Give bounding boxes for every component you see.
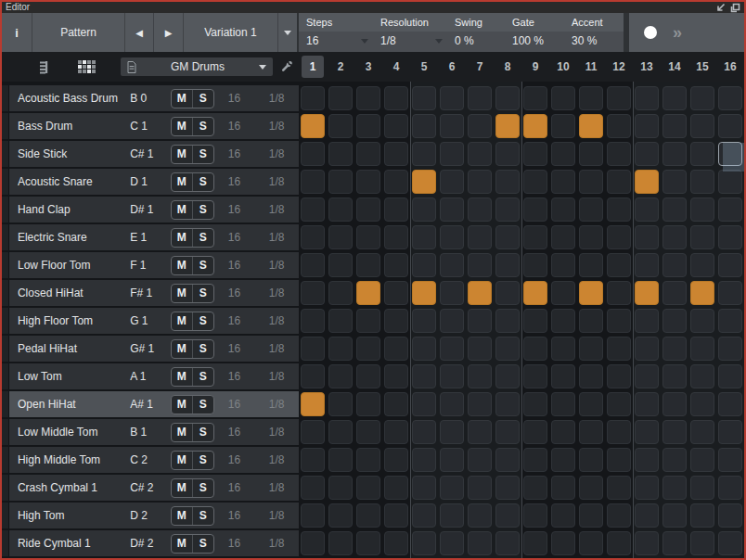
step-cell[interactable] [468, 309, 492, 333]
mute-button[interactable]: M [172, 285, 193, 302]
step-cell[interactable] [356, 503, 380, 528]
track-drag-handle[interactable] [2, 363, 9, 389]
step-cell[interactable] [384, 503, 408, 528]
step-cell[interactable] [635, 392, 659, 416]
step-cell[interactable] [662, 170, 687, 194]
step-cell[interactable] [662, 364, 687, 388]
track-steps-value[interactable]: 16 [214, 398, 255, 411]
step-cell[interactable] [495, 364, 520, 388]
mute-button[interactable]: M [172, 479, 193, 497]
step-cell[interactable] [690, 364, 714, 388]
step-cell[interactable] [412, 114, 436, 138]
track-row[interactable]: Crash Cymbal 1C# 2MS161/8 [2, 475, 299, 501]
step-cell[interactable] [495, 448, 520, 472]
step-cell[interactable] [301, 364, 325, 388]
step-cell[interactable] [579, 337, 603, 361]
step-cell[interactable] [607, 309, 631, 333]
step-cell[interactable] [495, 114, 520, 138]
step-cell[interactable] [468, 114, 492, 138]
step-cell[interactable] [662, 531, 687, 555]
track-row[interactable]: Low Floor TomF 1MS161/8 [2, 252, 299, 278]
track-steps-value[interactable]: 16 [214, 259, 255, 272]
step-cell[interactable] [607, 420, 631, 444]
step-cell[interactable] [440, 309, 464, 333]
step-cell[interactable] [468, 142, 492, 166]
step-cell[interactable] [495, 420, 520, 444]
step-cell[interactable] [356, 392, 380, 416]
track-drag-handle[interactable] [2, 85, 9, 111]
step-cell[interactable] [328, 364, 353, 388]
step-cell[interactable] [301, 86, 325, 110]
step-cell[interactable] [412, 225, 436, 249]
step-cell[interactable] [551, 114, 575, 138]
step-number-8[interactable]: 8 [494, 52, 521, 82]
step-cell[interactable] [690, 86, 714, 110]
step-cell[interactable] [635, 503, 659, 528]
step-cell[interactable] [718, 253, 742, 277]
step-cell[interactable] [301, 170, 325, 194]
step-cell[interactable] [718, 392, 742, 416]
step-cell[interactable] [384, 281, 408, 305]
step-cell[interactable] [384, 170, 408, 194]
step-cell[interactable] [356, 225, 380, 249]
step-cell[interactable] [328, 448, 353, 472]
step-cell[interactable] [384, 448, 408, 472]
solo-button[interactable]: S [193, 312, 213, 330]
step-cell[interactable] [607, 531, 631, 555]
step-cell[interactable] [635, 170, 659, 194]
chevron-down-icon[interactable] [435, 39, 443, 44]
step-cell[interactable] [384, 114, 408, 138]
step-cell[interactable] [523, 309, 547, 333]
step-cell[interactable] [718, 448, 742, 472]
track-steps-value[interactable]: 16 [214, 426, 255, 439]
solo-button[interactable]: S [193, 173, 213, 191]
track-resolution-value[interactable]: 1/8 [254, 314, 299, 327]
step-cell[interactable] [412, 503, 436, 528]
step-cell[interactable] [662, 420, 687, 444]
step-cell[interactable] [468, 225, 492, 249]
step-cell[interactable] [607, 364, 631, 388]
step-cell[interactable] [384, 364, 408, 388]
step-cell[interactable] [328, 86, 353, 110]
step-cell[interactable] [468, 253, 492, 277]
track-row[interactable]: Open HiHatA# 1MS161/8 [2, 391, 299, 417]
step-cell[interactable] [412, 281, 436, 305]
param-value-field[interactable]: 1/8 [373, 32, 447, 52]
step-cell[interactable] [356, 448, 380, 472]
step-cell[interactable] [551, 281, 575, 305]
step-cell[interactable] [356, 309, 380, 333]
step-cell[interactable] [440, 420, 464, 444]
track-resolution-value[interactable]: 1/8 [254, 175, 299, 188]
step-number-16[interactable]: 16 [716, 52, 744, 82]
step-cell[interactable] [690, 476, 714, 500]
step-cell[interactable] [662, 253, 687, 277]
step-cell[interactable] [635, 114, 659, 138]
step-cell[interactable] [384, 197, 408, 222]
track-row[interactable]: Hand ClapD# 1MS161/8 [2, 197, 299, 223]
step-cell[interactable] [607, 197, 631, 222]
step-cell[interactable] [468, 420, 492, 444]
step-cell[interactable] [579, 392, 603, 416]
step-cell[interactable] [607, 476, 631, 500]
step-cell[interactable] [412, 476, 436, 500]
step-cell[interactable] [495, 253, 520, 277]
step-cell[interactable] [579, 531, 603, 555]
step-cell[interactable] [412, 448, 436, 472]
record-circle-button[interactable] [644, 26, 657, 39]
step-cell[interactable] [523, 225, 547, 249]
step-number-1[interactable]: 1 [299, 52, 327, 82]
step-cell[interactable] [495, 309, 520, 333]
param-value-field[interactable]: 30 % [564, 32, 624, 52]
step-cell[interactable] [384, 476, 408, 500]
step-cell[interactable] [523, 476, 547, 500]
mute-button[interactable]: M [172, 535, 193, 553]
step-cell[interactable] [662, 448, 687, 472]
step-cell[interactable] [468, 364, 492, 388]
step-cell[interactable] [523, 197, 547, 222]
step-cell[interactable] [356, 476, 380, 500]
step-cell[interactable] [662, 337, 687, 361]
step-cell[interactable] [607, 114, 631, 138]
step-cell[interactable] [607, 225, 631, 249]
track-row[interactable]: Pedal HiHatG# 1MS161/8 [2, 336, 299, 362]
step-cell[interactable] [301, 531, 325, 555]
